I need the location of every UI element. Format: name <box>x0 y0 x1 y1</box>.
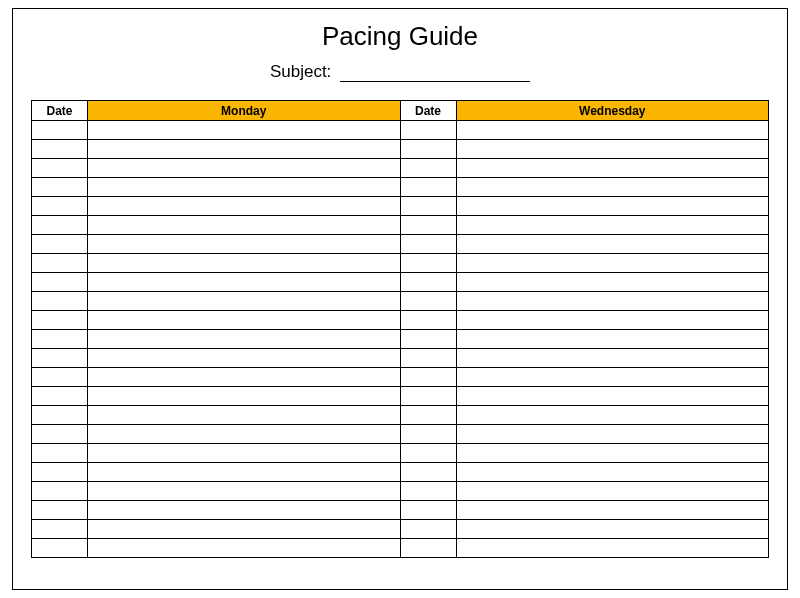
day-cell[interactable] <box>456 121 769 140</box>
day-cell[interactable] <box>456 330 769 349</box>
date-cell[interactable] <box>400 178 456 197</box>
day-cell[interactable] <box>88 121 401 140</box>
day-cell[interactable] <box>456 311 769 330</box>
day-cell[interactable] <box>456 254 769 273</box>
date-cell[interactable] <box>32 235 88 254</box>
day-cell[interactable] <box>88 368 401 387</box>
day-cell[interactable] <box>88 539 401 558</box>
day-cell[interactable] <box>88 235 401 254</box>
date-cell[interactable] <box>32 539 88 558</box>
day-cell[interactable] <box>88 311 401 330</box>
day-cell[interactable] <box>88 349 401 368</box>
day-cell[interactable] <box>456 349 769 368</box>
date-cell[interactable] <box>32 501 88 520</box>
date-cell[interactable] <box>400 254 456 273</box>
date-cell[interactable] <box>32 425 88 444</box>
date-cell[interactable] <box>400 330 456 349</box>
date-cell[interactable] <box>32 197 88 216</box>
day-cell[interactable] <box>88 406 401 425</box>
day-cell[interactable] <box>456 140 769 159</box>
date-cell[interactable] <box>400 444 456 463</box>
date-cell[interactable] <box>32 140 88 159</box>
date-cell[interactable] <box>32 387 88 406</box>
date-cell[interactable] <box>400 159 456 178</box>
header-day-1: Monday <box>88 101 401 121</box>
date-cell[interactable] <box>400 140 456 159</box>
day-cell[interactable] <box>88 273 401 292</box>
day-cell[interactable] <box>456 444 769 463</box>
date-cell[interactable] <box>32 330 88 349</box>
date-cell[interactable] <box>32 444 88 463</box>
day-cell[interactable] <box>456 235 769 254</box>
day-cell[interactable] <box>88 425 401 444</box>
day-cell[interactable] <box>456 368 769 387</box>
table-row <box>32 216 769 235</box>
subject-input-line[interactable] <box>340 64 530 82</box>
date-cell[interactable] <box>32 482 88 501</box>
date-cell[interactable] <box>400 501 456 520</box>
day-cell[interactable] <box>88 482 401 501</box>
date-cell[interactable] <box>32 349 88 368</box>
day-cell[interactable] <box>88 159 401 178</box>
table-row <box>32 178 769 197</box>
date-cell[interactable] <box>32 273 88 292</box>
date-cell[interactable] <box>400 387 456 406</box>
date-cell[interactable] <box>32 254 88 273</box>
date-cell[interactable] <box>400 235 456 254</box>
day-cell[interactable] <box>88 520 401 539</box>
day-cell[interactable] <box>88 254 401 273</box>
day-cell[interactable] <box>88 444 401 463</box>
day-cell[interactable] <box>456 292 769 311</box>
day-cell[interactable] <box>88 216 401 235</box>
day-cell[interactable] <box>88 387 401 406</box>
day-cell[interactable] <box>88 197 401 216</box>
day-cell[interactable] <box>456 159 769 178</box>
day-cell[interactable] <box>456 387 769 406</box>
table-row <box>32 254 769 273</box>
date-cell[interactable] <box>32 311 88 330</box>
day-cell[interactable] <box>88 178 401 197</box>
day-cell[interactable] <box>88 501 401 520</box>
day-cell[interactable] <box>456 197 769 216</box>
day-cell[interactable] <box>456 216 769 235</box>
day-cell[interactable] <box>456 178 769 197</box>
date-cell[interactable] <box>32 406 88 425</box>
date-cell[interactable] <box>400 292 456 311</box>
date-cell[interactable] <box>400 520 456 539</box>
date-cell[interactable] <box>32 520 88 539</box>
day-cell[interactable] <box>456 273 769 292</box>
day-cell[interactable] <box>456 501 769 520</box>
table-row <box>32 539 769 558</box>
date-cell[interactable] <box>32 463 88 482</box>
day-cell[interactable] <box>456 406 769 425</box>
date-cell[interactable] <box>400 311 456 330</box>
date-cell[interactable] <box>400 216 456 235</box>
day-cell[interactable] <box>456 482 769 501</box>
day-cell[interactable] <box>456 425 769 444</box>
date-cell[interactable] <box>32 121 88 140</box>
date-cell[interactable] <box>400 463 456 482</box>
date-cell[interactable] <box>400 121 456 140</box>
page-border: Pacing Guide Subject: Date Monday Date W… <box>12 8 788 590</box>
date-cell[interactable] <box>400 425 456 444</box>
day-cell[interactable] <box>456 539 769 558</box>
date-cell[interactable] <box>32 159 88 178</box>
day-cell[interactable] <box>456 463 769 482</box>
date-cell[interactable] <box>400 406 456 425</box>
date-cell[interactable] <box>400 273 456 292</box>
date-cell[interactable] <box>32 368 88 387</box>
table-row <box>32 387 769 406</box>
day-cell[interactable] <box>456 520 769 539</box>
date-cell[interactable] <box>400 482 456 501</box>
date-cell[interactable] <box>400 349 456 368</box>
day-cell[interactable] <box>88 330 401 349</box>
date-cell[interactable] <box>32 178 88 197</box>
date-cell[interactable] <box>400 368 456 387</box>
day-cell[interactable] <box>88 292 401 311</box>
date-cell[interactable] <box>400 197 456 216</box>
day-cell[interactable] <box>88 463 401 482</box>
date-cell[interactable] <box>32 216 88 235</box>
day-cell[interactable] <box>88 140 401 159</box>
date-cell[interactable] <box>32 292 88 311</box>
date-cell[interactable] <box>400 539 456 558</box>
